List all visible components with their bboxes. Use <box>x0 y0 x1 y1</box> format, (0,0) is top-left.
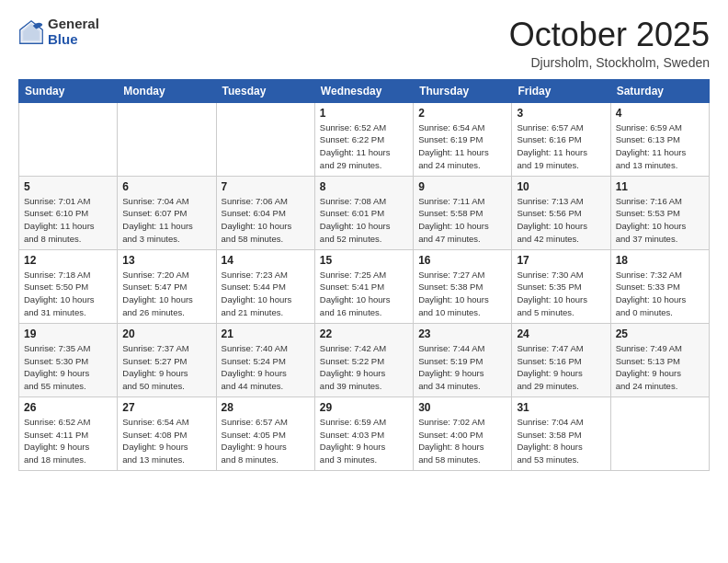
day-number: 10 <box>517 180 605 193</box>
day-cell: 18Sunrise: 7:32 AM Sunset: 5:33 PM Dayli… <box>610 249 709 323</box>
title-location: Djursholm, Stockholm, Sweden <box>509 55 710 70</box>
day-cell: 17Sunrise: 7:30 AM Sunset: 5:35 PM Dayli… <box>512 249 610 323</box>
day-info: Sunrise: 6:57 AM Sunset: 4:05 PM Dayligh… <box>222 416 310 466</box>
day-number: 15 <box>320 254 408 267</box>
day-info: Sunrise: 7:42 AM Sunset: 5:22 PM Dayligh… <box>320 342 408 393</box>
day-cell: 3Sunrise: 6:57 AM Sunset: 6:16 PM Daylig… <box>512 102 610 176</box>
logo-general-text: General <box>48 17 99 32</box>
day-number: 1 <box>320 107 408 120</box>
day-cell: 28Sunrise: 6:57 AM Sunset: 4:05 PM Dayli… <box>216 396 314 470</box>
weekday-wednesday: Wednesday <box>314 79 413 102</box>
day-info: Sunrise: 7:11 AM Sunset: 5:58 PM Dayligh… <box>418 195 506 246</box>
day-number: 19 <box>24 327 112 340</box>
day-number: 8 <box>320 180 408 193</box>
day-number: 11 <box>616 180 704 193</box>
weekday-header-row: SundayMondayTuesdayWednesdayThursdayFrid… <box>19 79 710 102</box>
day-info: Sunrise: 6:59 AM Sunset: 4:03 PM Dayligh… <box>320 416 408 466</box>
day-number: 31 <box>517 401 605 414</box>
day-number: 14 <box>222 254 310 267</box>
day-cell: 30Sunrise: 7:02 AM Sunset: 4:00 PM Dayli… <box>414 396 512 470</box>
day-cell: 15Sunrise: 7:25 AM Sunset: 5:41 PM Dayli… <box>314 249 413 323</box>
day-number: 13 <box>122 254 210 267</box>
day-number: 27 <box>122 401 210 414</box>
day-cell: 25Sunrise: 7:49 AM Sunset: 5:13 PM Dayli… <box>610 323 709 396</box>
weekday-tuesday: Tuesday <box>216 79 314 102</box>
day-cell: 26Sunrise: 6:52 AM Sunset: 4:11 PM Dayli… <box>19 396 118 470</box>
day-number: 7 <box>222 180 310 193</box>
day-info: Sunrise: 7:37 AM Sunset: 5:27 PM Dayligh… <box>122 342 210 393</box>
day-cell: 11Sunrise: 7:16 AM Sunset: 5:53 PM Dayli… <box>610 176 709 249</box>
day-info: Sunrise: 7:25 AM Sunset: 5:41 PM Dayligh… <box>320 269 408 319</box>
day-number: 26 <box>24 401 112 414</box>
day-cell: 1Sunrise: 6:52 AM Sunset: 6:22 PM Daylig… <box>314 102 413 176</box>
day-info: Sunrise: 7:23 AM Sunset: 5:44 PM Dayligh… <box>222 269 310 319</box>
day-cell: 8Sunrise: 7:08 AM Sunset: 6:01 PM Daylig… <box>314 176 413 249</box>
day-number: 12 <box>24 254 112 267</box>
day-info: Sunrise: 7:18 AM Sunset: 5:50 PM Dayligh… <box>24 269 112 319</box>
logo-blue-text: Blue <box>48 32 99 48</box>
day-number: 20 <box>122 327 210 340</box>
day-number: 25 <box>616 327 704 340</box>
title-block: October 2025 Djursholm, Stockholm, Swede… <box>509 17 710 70</box>
day-info: Sunrise: 7:40 AM Sunset: 5:24 PM Dayligh… <box>222 342 310 393</box>
day-info: Sunrise: 6:54 AM Sunset: 6:19 PM Dayligh… <box>418 121 506 172</box>
day-cell <box>19 102 118 176</box>
day-info: Sunrise: 7:47 AM Sunset: 5:16 PM Dayligh… <box>517 342 605 393</box>
day-info: Sunrise: 7:13 AM Sunset: 5:56 PM Dayligh… <box>517 195 605 246</box>
day-number: 28 <box>222 401 310 414</box>
week-row-1: 1Sunrise: 6:52 AM Sunset: 6:22 PM Daylig… <box>19 102 710 176</box>
title-month: October 2025 <box>509 17 710 53</box>
day-info: Sunrise: 7:30 AM Sunset: 5:35 PM Dayligh… <box>517 269 605 319</box>
day-cell: 20Sunrise: 7:37 AM Sunset: 5:27 PM Dayli… <box>118 323 216 396</box>
day-cell: 21Sunrise: 7:40 AM Sunset: 5:24 PM Dayli… <box>216 323 314 396</box>
day-cell: 29Sunrise: 6:59 AM Sunset: 4:03 PM Dayli… <box>314 396 413 470</box>
day-cell: 23Sunrise: 7:44 AM Sunset: 5:19 PM Dayli… <box>414 323 512 396</box>
logo-icon <box>18 19 44 45</box>
logo-text: General Blue <box>48 17 99 47</box>
day-number: 16 <box>418 254 506 267</box>
page: General Blue October 2025 Djursholm, Sto… <box>0 0 728 488</box>
day-number: 23 <box>418 327 506 340</box>
day-info: Sunrise: 6:52 AM Sunset: 4:11 PM Dayligh… <box>24 416 112 466</box>
day-number: 3 <box>517 107 605 120</box>
weekday-sunday: Sunday <box>19 79 118 102</box>
weekday-friday: Friday <box>512 79 610 102</box>
day-number: 4 <box>616 107 704 120</box>
day-info: Sunrise: 7:16 AM Sunset: 5:53 PM Dayligh… <box>616 195 704 246</box>
day-cell: 19Sunrise: 7:35 AM Sunset: 5:30 PM Dayli… <box>19 323 118 396</box>
day-info: Sunrise: 6:52 AM Sunset: 6:22 PM Dayligh… <box>320 121 408 172</box>
weekday-monday: Monday <box>118 79 216 102</box>
day-cell: 24Sunrise: 7:47 AM Sunset: 5:16 PM Dayli… <box>512 323 610 396</box>
day-number: 24 <box>517 327 605 340</box>
day-cell: 12Sunrise: 7:18 AM Sunset: 5:50 PM Dayli… <box>19 249 118 323</box>
day-number: 18 <box>616 254 704 267</box>
calendar-table: SundayMondayTuesdayWednesdayThursdayFrid… <box>18 79 710 471</box>
day-cell: 14Sunrise: 7:23 AM Sunset: 5:44 PM Dayli… <box>216 249 314 323</box>
week-row-4: 19Sunrise: 7:35 AM Sunset: 5:30 PM Dayli… <box>19 323 710 396</box>
day-cell: 5Sunrise: 7:01 AM Sunset: 6:10 PM Daylig… <box>19 176 118 249</box>
day-info: Sunrise: 7:27 AM Sunset: 5:38 PM Dayligh… <box>418 269 506 319</box>
day-info: Sunrise: 6:54 AM Sunset: 4:08 PM Dayligh… <box>122 416 210 466</box>
day-info: Sunrise: 7:49 AM Sunset: 5:13 PM Dayligh… <box>616 342 704 393</box>
day-number: 30 <box>418 401 506 414</box>
day-cell <box>610 396 709 470</box>
week-row-2: 5Sunrise: 7:01 AM Sunset: 6:10 PM Daylig… <box>19 176 710 249</box>
day-info: Sunrise: 7:32 AM Sunset: 5:33 PM Dayligh… <box>616 269 704 319</box>
day-info: Sunrise: 7:02 AM Sunset: 4:00 PM Dayligh… <box>418 416 506 466</box>
day-info: Sunrise: 7:35 AM Sunset: 5:30 PM Dayligh… <box>24 342 112 393</box>
week-row-3: 12Sunrise: 7:18 AM Sunset: 5:50 PM Dayli… <box>19 249 710 323</box>
day-info: Sunrise: 7:08 AM Sunset: 6:01 PM Dayligh… <box>320 195 408 246</box>
day-cell: 27Sunrise: 6:54 AM Sunset: 4:08 PM Dayli… <box>118 396 216 470</box>
day-cell <box>216 102 314 176</box>
day-cell: 4Sunrise: 6:59 AM Sunset: 6:13 PM Daylig… <box>610 102 709 176</box>
weekday-thursday: Thursday <box>414 79 512 102</box>
day-number: 17 <box>517 254 605 267</box>
day-cell: 13Sunrise: 7:20 AM Sunset: 5:47 PM Dayli… <box>118 249 216 323</box>
week-row-5: 26Sunrise: 6:52 AM Sunset: 4:11 PM Dayli… <box>19 396 710 470</box>
day-info: Sunrise: 7:04 AM Sunset: 6:07 PM Dayligh… <box>122 195 210 246</box>
day-info: Sunrise: 7:44 AM Sunset: 5:19 PM Dayligh… <box>418 342 506 393</box>
logo: General Blue <box>18 17 99 47</box>
header: General Blue October 2025 Djursholm, Sto… <box>18 17 710 70</box>
day-number: 9 <box>418 180 506 193</box>
day-cell: 22Sunrise: 7:42 AM Sunset: 5:22 PM Dayli… <box>314 323 413 396</box>
